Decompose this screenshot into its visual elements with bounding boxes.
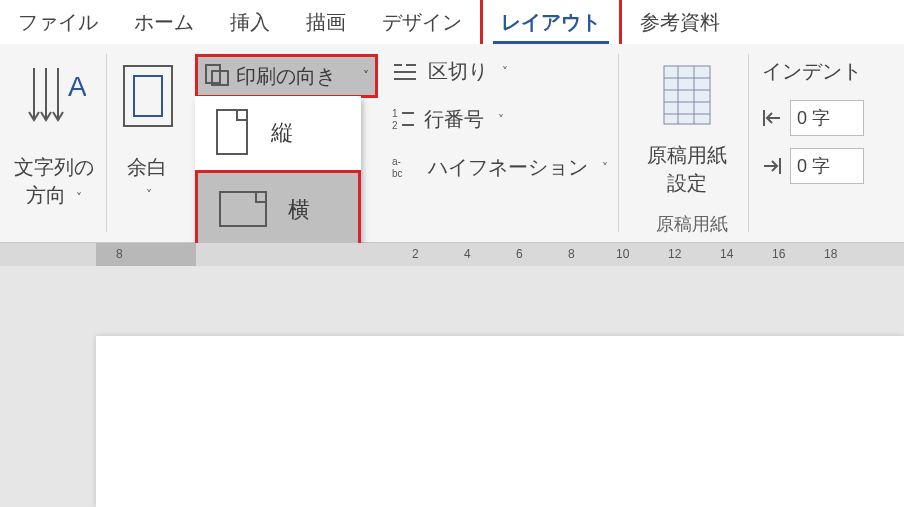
ruler-tick: 16	[772, 247, 785, 261]
orientation-landscape[interactable]: 横	[195, 170, 361, 250]
separator	[106, 54, 107, 232]
breaks-icon	[392, 61, 418, 83]
indent-right-input[interactable]	[790, 148, 864, 184]
document-area	[0, 266, 904, 507]
ruler-tick: 2	[412, 247, 419, 261]
text-direction-label2: 方向 ˅	[6, 182, 102, 209]
portrait-icon	[213, 108, 253, 158]
breaks-button[interactable]: 区切り˅	[392, 58, 508, 85]
ruler-tick: 4	[464, 247, 471, 261]
ruler-tick: 6	[516, 247, 523, 261]
indent-title: インデント	[762, 58, 862, 85]
page-setup-commands: 区切り˅ 1 2 行番号˅ a- bc ハイフネーション˅	[392, 44, 612, 242]
margins-icon	[120, 62, 176, 132]
orientation-label: 印刷の向き	[236, 63, 336, 90]
svg-text:1: 1	[392, 108, 398, 119]
manuscript-paper-button[interactable]: 原稿用紙 設定 原稿用紙	[632, 44, 742, 242]
svg-rect-20	[664, 66, 710, 124]
tab-home[interactable]: ホーム	[116, 0, 212, 44]
indent-left-input[interactable]	[790, 100, 864, 136]
ruler-tick: 8	[568, 247, 575, 261]
ruler-tick: 18	[824, 247, 837, 261]
orientation-portrait[interactable]: 縦	[195, 96, 361, 170]
line-numbers-icon: 1 2	[392, 107, 414, 133]
hyphenation-button[interactable]: a- bc ハイフネーション˅	[392, 154, 608, 181]
svg-rect-9	[220, 192, 266, 226]
svg-text:2: 2	[392, 120, 398, 131]
tab-file[interactable]: ファイル	[0, 0, 116, 44]
manuscript-group-label: 原稿用紙	[632, 212, 752, 236]
tab-layout[interactable]: レイアウト	[480, 0, 622, 47]
orientation-icon	[204, 63, 230, 89]
margins-button[interactable]: 余白˅	[110, 44, 186, 242]
text-direction-icon: A	[26, 62, 86, 134]
indent-group: インデント	[758, 44, 904, 242]
orientation-menu: 縦 横	[195, 96, 361, 250]
svg-rect-5	[134, 76, 162, 116]
indent-left-icon	[760, 106, 784, 130]
tab-design[interactable]: デザイン	[364, 0, 480, 44]
hyphenation-icon: a- bc	[392, 155, 418, 181]
ruler-margin-area	[96, 243, 196, 267]
manuscript-label1: 原稿用紙	[632, 142, 742, 169]
separator	[748, 54, 749, 232]
svg-text:a-: a-	[392, 156, 401, 167]
margins-label: 余白˅	[110, 154, 184, 204]
manuscript-paper-icon	[660, 62, 716, 130]
portrait-label: 縦	[271, 118, 293, 148]
manuscript-label2: 設定	[632, 170, 742, 197]
tab-references[interactable]: 参考資料	[622, 0, 738, 44]
svg-text:bc: bc	[392, 168, 403, 179]
svg-text:A: A	[68, 71, 86, 102]
orientation-button[interactable]: 印刷の向き ˅	[195, 54, 378, 98]
tab-draw[interactable]: 描画	[288, 0, 364, 44]
landscape-label: 横	[288, 195, 310, 225]
tab-layout-label: レイアウト	[501, 9, 601, 36]
text-direction-button[interactable]: A 文字列の 方向 ˅	[6, 44, 102, 242]
separator	[618, 54, 619, 232]
ruler-tick: 12	[668, 247, 681, 261]
landscape-icon	[216, 188, 270, 232]
tab-insert[interactable]: 挿入	[212, 0, 288, 44]
line-numbers-button[interactable]: 1 2 行番号˅	[392, 106, 504, 133]
indent-right-icon	[760, 154, 784, 178]
ruler-tick: 14	[720, 247, 733, 261]
text-direction-label1: 文字列の	[6, 154, 102, 181]
horizontal-ruler[interactable]: 8 2 4 6 8 10 12 14 16 18	[0, 243, 904, 268]
document-page[interactable]	[96, 336, 904, 507]
ribbon: A 文字列の 方向 ˅ 余白˅ 印刷の向き ˅	[0, 44, 904, 243]
ruler-tick: 8	[116, 247, 123, 261]
ruler-tick: 10	[616, 247, 629, 261]
chevron-down-icon: ˅	[363, 69, 369, 83]
svg-rect-8	[217, 110, 247, 154]
ribbon-tabs: ファイル ホーム 挿入 描画 デザイン レイアウト 参考資料	[0, 0, 904, 44]
